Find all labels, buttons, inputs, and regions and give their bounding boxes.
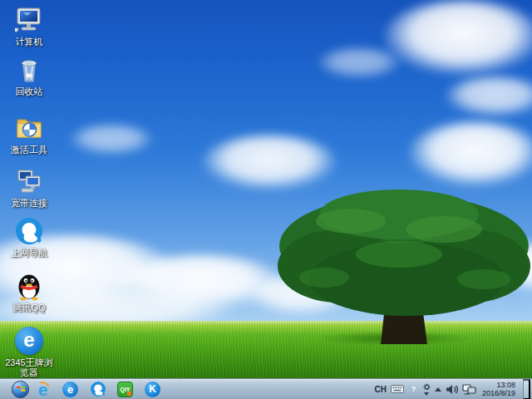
- keyboard-layout-icon[interactable]: [391, 384, 404, 394]
- 2345-browser-icon: e: [14, 326, 44, 356]
- desktop-icon-label: 计算机: [16, 37, 43, 47]
- kugou-k-letter: K: [149, 384, 156, 394]
- gear-icon: [423, 383, 431, 391]
- chevron-down-icon: [424, 392, 429, 396]
- show-desktop-button[interactable]: [523, 379, 530, 399]
- browser-e-letter: e: [67, 384, 73, 395]
- taskbar-item-kugou[interactable]: K: [139, 379, 166, 399]
- clock-time: 13:08: [496, 381, 515, 389]
- desktop-icon-label: 回收站: [16, 86, 43, 96]
- taskbar: e e QIY K: [0, 378, 532, 399]
- system-tray: CH ?: [375, 379, 532, 399]
- cloud: [318, 48, 401, 78]
- 2345-browser-icon: e: [62, 382, 78, 397]
- clock-date: 2016/8/19: [482, 389, 515, 397]
- tree: [274, 186, 532, 346]
- desktop-icon-computer[interactable]: 计算机: [2, 5, 57, 47]
- kugou-icon: K: [145, 382, 160, 397]
- language-indicator[interactable]: CH: [375, 385, 387, 394]
- recycle-bin-icon: [14, 55, 44, 85]
- desktop-icon-label: 宽带连接: [11, 198, 47, 208]
- start-button[interactable]: [12, 381, 29, 398]
- cloud: [446, 76, 532, 116]
- language-bar-help-icon[interactable]: ?: [408, 384, 419, 395]
- network-icon[interactable]: [462, 384, 476, 395]
- iqiyi-icon: QIY: [117, 382, 133, 397]
- taskbar-item-qq-browser[interactable]: [84, 379, 111, 399]
- desktop-icon-label: 上网导航: [11, 248, 47, 258]
- cloud: [203, 135, 336, 190]
- browser-e-letter: e: [23, 330, 34, 350]
- desktop-icon-web-navigation[interactable]: 上网导航: [2, 216, 57, 258]
- desktop-icon-label: 腾讯QQ: [12, 303, 45, 313]
- qq-browser-icon: [90, 381, 106, 397]
- language-bar-options-icon[interactable]: [423, 383, 431, 396]
- cloud: [409, 121, 532, 186]
- internet-explorer-icon: e: [38, 381, 48, 398]
- computer-icon: [14, 5, 44, 35]
- cloud: [384, 0, 532, 75]
- desktop-icon-label: 激活工具: [11, 145, 47, 155]
- folder-icon: [14, 113, 44, 143]
- desktop-icon-broadband[interactable]: 宽带连接: [2, 166, 57, 208]
- taskbar-item-iqiyi[interactable]: QIY: [111, 379, 139, 399]
- desktop-icon-label: 2345王牌浏览器: [2, 357, 57, 377]
- chevron-up-icon: [435, 387, 441, 392]
- iqiyi-orange-corner: [127, 392, 131, 396]
- show-hidden-icons-button[interactable]: [435, 387, 441, 392]
- qq-penguin-icon: [14, 271, 44, 301]
- desktop-wallpaper: 计算机 回收站 激活工具: [0, 0, 532, 399]
- cloud: [70, 125, 153, 155]
- desktop-icon-recycle-bin[interactable]: 回收站: [2, 55, 57, 96]
- windows-flag-icon: [16, 384, 26, 394]
- qq-browser-icon: [14, 216, 44, 246]
- broadband-connection-icon: [14, 166, 44, 196]
- desktop-icon-tencent-qq[interactable]: 腾讯QQ: [2, 271, 57, 313]
- desktop-icon-activation-tool[interactable]: 激活工具: [2, 113, 57, 155]
- taskbar-item-internet-explorer[interactable]: e: [29, 379, 57, 399]
- desktop-icon-2345-browser[interactable]: e 2345王牌浏览器: [2, 326, 57, 377]
- taskbar-item-2345-browser[interactable]: e: [57, 379, 84, 399]
- clock[interactable]: 13:08 2016/8/19: [480, 381, 519, 397]
- volume-icon[interactable]: [446, 384, 458, 395]
